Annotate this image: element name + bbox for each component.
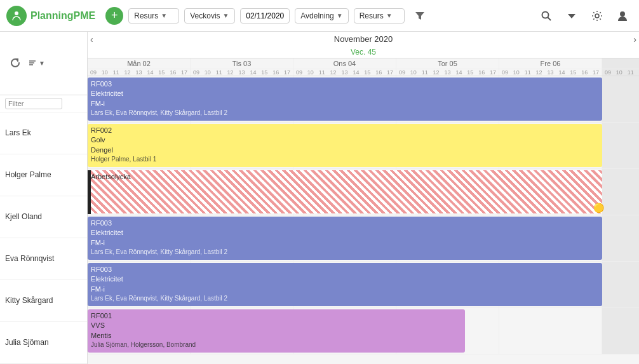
day-label: Tis 03 bbox=[191, 58, 293, 69]
time-slot-label: 16 bbox=[579, 69, 590, 76]
calendar-row: RF001VVSMentisJulia Sjöman, Holgersson, … bbox=[88, 308, 639, 354]
add-button[interactable]: + bbox=[105, 7, 123, 25]
time-slot-label: 15 bbox=[259, 69, 270, 76]
resource-name: Eva Rönnqvist bbox=[5, 254, 54, 263]
time-slot-label: 17 bbox=[281, 69, 293, 76]
time-slot-label: 11 bbox=[111, 69, 122, 76]
calendar: ‹ November 2020 › Vec. 45 Mån 0209101112… bbox=[88, 32, 639, 364]
resource-name: Kjell Oland bbox=[5, 212, 42, 221]
warning-emoji: 🟡 bbox=[593, 203, 604, 213]
event-block[interactable]: RF001VVSMentisJulia Sjöman, Holgersson, … bbox=[88, 309, 465, 353]
day-column: Fre 06091011121314151617 bbox=[499, 58, 602, 76]
user-button[interactable] bbox=[612, 6, 633, 26]
resource-dropdown[interactable]: Resurs ▼ bbox=[128, 8, 179, 24]
time-slot-label: 15 bbox=[361, 69, 373, 76]
resurs2-arrow: ▼ bbox=[386, 12, 393, 19]
svg-point-2 bbox=[542, 11, 549, 18]
view-dropdown-arrow: ▼ bbox=[223, 12, 229, 19]
view-dropdown-label: Veckovis bbox=[190, 11, 220, 20]
event-label: VVS bbox=[91, 321, 462, 330]
event-label: Arbetsolycka bbox=[91, 172, 599, 182]
resource-row: Kitty Skårgard bbox=[0, 280, 87, 322]
logo-text: PlanningPME bbox=[30, 10, 95, 22]
time-slot-label: 14 bbox=[453, 69, 464, 76]
filter-icon-btn[interactable] bbox=[410, 6, 430, 26]
resource-row: Lars Ek bbox=[0, 112, 87, 154]
calendar-row: RF003ElektricitetFM-iLars Ek, Eva Rönnqv… bbox=[88, 215, 639, 262]
time-slot-label: 15 bbox=[567, 69, 579, 76]
week-label: Vec. 45 bbox=[351, 48, 376, 57]
time-slot-label: 17 bbox=[178, 69, 190, 76]
time-slot-label: 09 bbox=[602, 69, 614, 76]
next-button[interactable]: › bbox=[633, 34, 636, 44]
dropdown-icon-btn[interactable] bbox=[562, 6, 582, 26]
event-block[interactable]: RF003ElektricitetFM-iLars Ek, Eva Rönnqv… bbox=[88, 263, 602, 306]
resurs2-dropdown[interactable]: Resurs ▼ bbox=[354, 8, 405, 24]
time-slot-label: 12 bbox=[328, 69, 339, 76]
prev-button[interactable]: ‹ bbox=[90, 34, 93, 44]
day-column: Lör 07091011121314151617 bbox=[602, 58, 639, 76]
time-slot-label: 09 bbox=[499, 69, 511, 76]
sort-controls: ▼ bbox=[28, 58, 45, 67]
day-column: Ons 04091011121314151617 bbox=[293, 58, 396, 76]
avdelning-dropdown[interactable]: Avdelning ▼ bbox=[295, 8, 348, 24]
calendar-cell bbox=[602, 215, 639, 261]
time-slot-label: 09 bbox=[396, 69, 408, 76]
calendar-row: RF003ElektricitetFM-iLars Ek, Eva Rönnqv… bbox=[88, 76, 639, 123]
settings-button[interactable] bbox=[587, 6, 607, 26]
event-block[interactable]: RF003ElektricitetFM-iLars Ek, Eva Rönnqv… bbox=[88, 217, 602, 260]
event-subtext: Lars Ek, Eva Rönnqvist, Kitty Skårgard, … bbox=[91, 294, 599, 303]
time-slot-label: 16 bbox=[373, 69, 384, 76]
event-block[interactable]: RF003ElektricitetFM-iLars Ek, Eva Rönnqv… bbox=[88, 78, 602, 121]
time-slot-label: 16 bbox=[476, 69, 487, 76]
time-slot-label: 13 bbox=[442, 69, 454, 76]
event-label: RF003 bbox=[91, 219, 599, 228]
time-slot-label: 17 bbox=[384, 69, 396, 76]
event-subtext: Julia Sjöman, Holgersson, Bombrand bbox=[91, 340, 462, 349]
time-slot-label: 16 bbox=[167, 69, 178, 76]
svg-marker-4 bbox=[568, 14, 575, 18]
resource-row: Holger Palme bbox=[0, 154, 87, 196]
calendar-cell bbox=[499, 308, 602, 354]
resource-row: Kjell Oland bbox=[0, 196, 87, 238]
time-slot-label: 12 bbox=[122, 69, 133, 76]
time-slot-label: 09 bbox=[88, 69, 99, 76]
time-slot-label: 11 bbox=[316, 69, 328, 76]
event-subtext: Lars Ek, Eva Rönnqvist, Kitty Skårgard, … bbox=[91, 248, 599, 257]
main-content: ▼ Lars Ek Holger Palme Kjell Oland Eva R… bbox=[0, 32, 639, 364]
time-slot-label: 11 bbox=[213, 69, 225, 76]
event-label: Dengel bbox=[91, 145, 599, 155]
refresh-button[interactable] bbox=[5, 53, 25, 73]
time-slot-label: 12 bbox=[534, 69, 545, 76]
resource-row: Eva Rönnqvist bbox=[0, 238, 87, 280]
event-block[interactable]: Arbetsolycka bbox=[88, 170, 602, 213]
day-column: Tis 03091011121314151617 bbox=[191, 58, 293, 76]
time-slot-label: 12 bbox=[225, 69, 236, 76]
time-slot-label: 09 bbox=[191, 69, 202, 76]
time-slot-label: 10 bbox=[511, 69, 522, 76]
event-label: RF001 bbox=[91, 311, 462, 321]
filter-input[interactable] bbox=[5, 98, 62, 109]
calendar-cell bbox=[602, 308, 639, 354]
event-block[interactable]: RF002GolvDengelHolger Palme, Lastbil 1 bbox=[88, 124, 602, 167]
event-label: FM-i bbox=[91, 238, 599, 248]
day-label: Lör 07 bbox=[602, 58, 639, 69]
event-label: Golv bbox=[91, 135, 599, 145]
calendar-row: RF003ElektricitetFM-iLars Ek, Eva Rönnqv… bbox=[88, 262, 639, 308]
svg-point-6 bbox=[620, 11, 625, 17]
search-button[interactable] bbox=[536, 6, 556, 26]
calendar-row: Arbetsolycka🟡 bbox=[88, 169, 639, 215]
date-button[interactable]: 02/11/2020 bbox=[240, 8, 290, 24]
sort-arrow: ▼ bbox=[39, 60, 45, 67]
sidebar-controls: ▼ bbox=[5, 53, 45, 73]
filter-row bbox=[0, 95, 87, 112]
event-label: RF003 bbox=[91, 79, 599, 89]
calendar-cell bbox=[602, 123, 639, 168]
view-dropdown[interactable]: Veckovis ▼ bbox=[184, 8, 235, 24]
time-slot-label: 13 bbox=[339, 69, 351, 76]
time-slot-label: 10 bbox=[305, 69, 316, 76]
event-subtext: Holger Palme, Lastbil 1 bbox=[91, 155, 599, 164]
event-label: FM-i bbox=[91, 285, 599, 294]
svg-line-3 bbox=[548, 17, 551, 20]
event-label: Elektricitet bbox=[91, 274, 599, 284]
